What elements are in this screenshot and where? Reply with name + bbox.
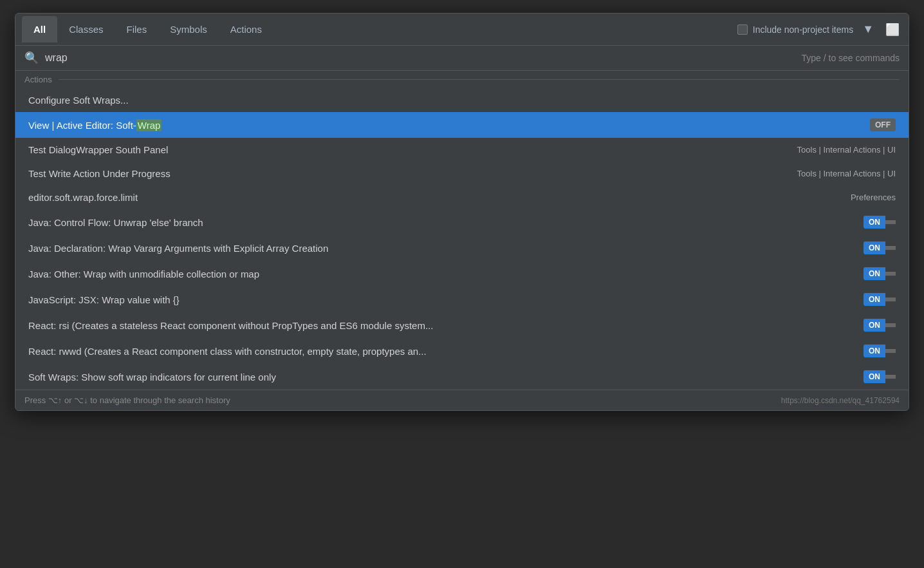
toggle-react-rsi[interactable]: ON — [864, 319, 896, 332]
item-label-javascript-jsx-wrap: JavaScript: JSX: Wrap value with {} — [28, 294, 864, 305]
toggle-off-java-other — [885, 272, 896, 276]
tab-actions[interactable]: Actions — [219, 16, 273, 43]
list-item-soft-wraps-show-indicators[interactable]: Soft Wraps: Show soft wrap indicators fo… — [15, 364, 909, 390]
toggle-on-react-rwwd: ON — [864, 345, 885, 357]
item-label-java-control-flow-unwrap: Java: Control Flow: Unwrap 'else' branch — [28, 217, 864, 228]
tab-right-controls: Include non-project items ▼ ⬜ — [737, 20, 902, 39]
tab-classes[interactable]: Classes — [57, 16, 115, 43]
status-url: https://blog.csdn.net/qq_41762594 — [781, 396, 900, 405]
item-label-editor-soft-wrap-force-limit: editor.soft.wrap.force.limit — [28, 192, 844, 203]
list-item-test-write-action-under-progress[interactable]: Test Write Action Under Progress Tools |… — [15, 162, 909, 185]
list-item-react-rwwd[interactable]: React: rwwd (Creates a React component c… — [15, 338, 909, 364]
toggle-off-react-rsi — [885, 323, 896, 327]
section-header-actions: Actions — [15, 71, 909, 88]
section-label-actions: Actions — [24, 75, 52, 84]
toggle-off-button[interactable]: OFF — [870, 118, 896, 131]
search-bar: 🔍 Type / to see commands — [15, 46, 909, 71]
section-divider — [59, 79, 900, 80]
item-label-test-write-action-under-progress: Test Write Action Under Progress — [28, 168, 791, 179]
tab-all[interactable]: All — [22, 16, 57, 43]
window-icon[interactable]: ⬜ — [883, 20, 902, 39]
toggle-on-javascript-jsx: ON — [864, 293, 885, 306]
item-label-react-rsi: React: rsi (Creates a stateless React co… — [28, 320, 864, 331]
toggle-off-react-rwwd — [885, 349, 896, 353]
item-right-test-dialogwrapper: Tools | Internal Actions | UI — [797, 145, 896, 155]
type-hint: Type / to see commands — [801, 53, 900, 63]
toggle-off-soft-wraps — [885, 375, 896, 379]
toggle-off-java-control-flow — [885, 220, 896, 224]
list-item-test-dialogwrapper-south-panel[interactable]: Test DialogWrapper South Panel Tools | I… — [15, 138, 909, 162]
status-nav-hint: Press ⌥↑ or ⌥↓ to navigate through the s… — [24, 395, 230, 405]
toggle-java-declaration[interactable]: ON — [864, 241, 896, 254]
status-bar: Press ⌥↑ or ⌥↓ to navigate through the s… — [15, 390, 909, 410]
item-label-configure-soft-wraps: Configure Soft Wraps... — [28, 95, 896, 106]
list-item-javascript-jsx-wrap[interactable]: JavaScript: JSX: Wrap value with {} ON — [15, 287, 909, 312]
toggle-java-other[interactable]: ON — [864, 267, 896, 280]
item-right-test-write-action: Tools | Internal Actions | UI — [797, 169, 896, 178]
toggle-on-java-declaration: ON — [864, 241, 885, 254]
item-label-react-rwwd: React: rwwd (Creates a React component c… — [28, 346, 864, 357]
toggle-on-react-rsi: ON — [864, 319, 885, 332]
list-item-java-control-flow-unwrap[interactable]: Java: Control Flow: Unwrap 'else' branch… — [15, 209, 909, 235]
toggle-react-rwwd[interactable]: ON — [864, 345, 896, 357]
list-item-java-declaration-wrap-vararg[interactable]: Java: Declaration: Wrap Vararg Arguments… — [15, 235, 909, 261]
search-input[interactable] — [45, 52, 801, 64]
include-non-project-label: Include non-project items — [753, 24, 853, 35]
filter-icon[interactable]: ▼ — [860, 20, 876, 39]
search-icon: 🔍 — [24, 51, 39, 65]
list-item-view-active-editor-soft-wrap[interactable]: View | Active Editor: Soft-Wrap OFF — [15, 112, 909, 138]
toggle-on-soft-wraps: ON — [864, 370, 885, 383]
toggle-off-java-declaration — [885, 246, 896, 250]
item-label-java-other-wrap-unmodifiable: Java: Other: Wrap with unmodifiable coll… — [28, 269, 864, 279]
list-item-configure-soft-wraps[interactable]: Configure Soft Wraps... — [15, 88, 909, 112]
include-non-project-checkbox[interactable] — [737, 24, 748, 35]
item-right-editor-soft-wrap: Preferences — [851, 193, 896, 202]
list-item-editor-soft-wrap-force-limit[interactable]: editor.soft.wrap.force.limit Preferences — [15, 185, 909, 209]
toggle-on-java-control-flow: ON — [864, 216, 885, 229]
tab-files[interactable]: Files — [115, 16, 159, 43]
include-non-project-container[interactable]: Include non-project items — [737, 24, 853, 35]
item-label-java-declaration-wrap-vararg: Java: Declaration: Wrap Vararg Arguments… — [28, 243, 864, 254]
toggle-java-control-flow[interactable]: ON — [864, 216, 896, 229]
item-label-test-dialogwrapper-south-panel: Test DialogWrapper South Panel — [28, 144, 791, 155]
tab-symbols[interactable]: Symbols — [158, 16, 219, 43]
list-item-react-rsi[interactable]: React: rsi (Creates a stateless React co… — [15, 312, 909, 338]
item-label-soft-wraps-show-indicators: Soft Wraps: Show soft wrap indicators fo… — [28, 372, 864, 383]
toggle-off-javascript-jsx — [885, 298, 896, 301]
toggle-soft-wraps-show-indicators[interactable]: ON — [864, 370, 896, 383]
list-item-java-other-wrap-unmodifiable[interactable]: Java: Other: Wrap with unmodifiable coll… — [15, 261, 909, 287]
search-dialog: All Classes Files Symbols Actions Includ… — [15, 13, 909, 411]
toggle-on-java-other: ON — [864, 267, 885, 280]
item-label-view-active-editor-soft-wrap: View | Active Editor: Soft-Wrap — [28, 120, 870, 131]
tab-bar: All Classes Files Symbols Actions Includ… — [15, 14, 909, 46]
toggle-javascript-jsx[interactable]: ON — [864, 293, 896, 306]
wrap-highlight: Wrap — [136, 119, 162, 131]
